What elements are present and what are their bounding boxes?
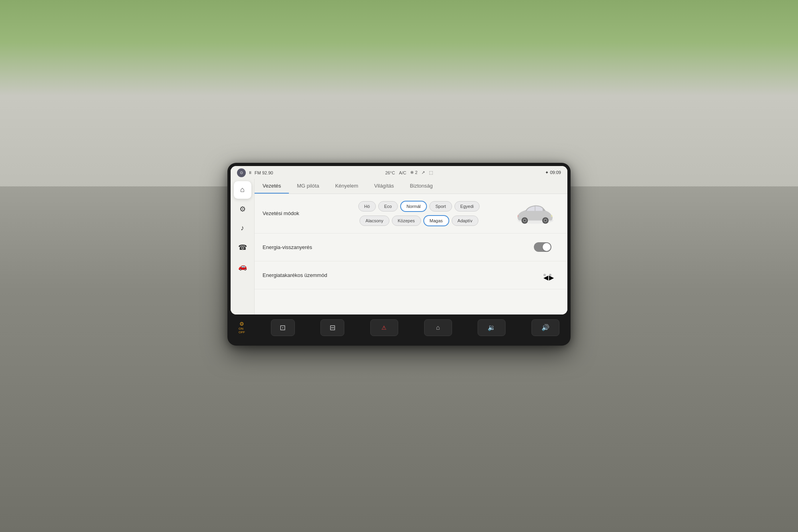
driving-modes-controls: Hó Eco Normál Sport Egyedi Alacsony Köze… (326, 201, 512, 226)
vol-up-icon: 🔊 (541, 324, 549, 331)
energy-adaptiv[interactable]: Adaptív (452, 216, 478, 226)
driving-modes-row: Vezetési módok Hó Eco Normál Sport Egyed… (255, 194, 567, 233)
sidebar: ⌂ ⚙ ♪ ☎ 🚗 (231, 179, 255, 314)
vol-down-icon: 🔉 (488, 324, 496, 331)
status-right: ✦ 09:09 (545, 170, 561, 175)
sidebar-item-home[interactable]: ⌂ (234, 181, 251, 199)
driving-modes-label: Vezetési módok (263, 210, 326, 216)
sidebar-item-phone[interactable]: ☎ (234, 239, 251, 256)
mode-egyedi[interactable]: Egyedi (454, 201, 480, 212)
sidebar-item-settings[interactable]: ⚙ (234, 200, 251, 218)
sidebar-item-car[interactable]: 🚗 (234, 258, 251, 275)
tab-mg-pilota[interactable]: MG pilóta (289, 179, 327, 194)
car-icon: 🚗 (238, 262, 247, 271)
phone-icon: ☎ (238, 243, 247, 252)
energy-recovery-toggle-area (534, 242, 559, 252)
tab-kenyelem[interactable]: Kényelem (327, 179, 366, 194)
tab-biztonsag[interactable]: Biztonság (402, 179, 440, 194)
content-area: Vezetés MG pilóta Kényelem Világítás Biz… (255, 179, 567, 314)
hazard-icon: ⚠ (381, 324, 387, 331)
car-svg (514, 200, 557, 227)
ac-label: A/C (399, 170, 406, 175)
energy-level-buttons: Alacsony Közepes Magas Adaptív (359, 215, 478, 226)
energy-saving-label: Energiatakarékos üzemmód (263, 272, 327, 278)
status-center: 26°C A/C ❄ 2 ↗ ⬚ (385, 170, 433, 175)
tab-vezetes[interactable]: Vezetés (255, 179, 289, 194)
mode-eco[interactable]: Eco (378, 201, 398, 212)
fan-icon-phys: ⚙ (239, 321, 244, 327)
main-content: ⌂ ⚙ ♪ ☎ 🚗 Veze (231, 179, 567, 314)
left-arrow[interactable]: ◀ (543, 274, 546, 276)
settings-content: Vezetési módok Hó Eco Normál Sport Egyed… (255, 194, 567, 289)
energy-kozepes[interactable]: Közepes (392, 216, 421, 226)
tab-vilagitas[interactable]: Világítás (366, 179, 402, 194)
status-bar: ⊙ ⏸ FM 92.90 26°C A/C ❄ 2 ↗ ⬚ ✦ 09:09 (231, 166, 567, 179)
physical-buttons: ⚙ ONOFF ⊡ ⊟ ⚠ ⌂ 🔉 🔊 (231, 314, 567, 342)
temperature: 26°C (385, 170, 395, 175)
volume-up-button[interactable]: 🔊 (531, 319, 559, 336)
home-phys-icon: ⌂ (436, 324, 440, 331)
rear-defrost-button[interactable]: ⊟ (320, 319, 344, 336)
svg-point-4 (524, 220, 525, 221)
rear-defrost-icon: ⊟ (330, 323, 336, 332)
mode-normal[interactable]: Normál (400, 201, 427, 212)
screen-bezel: ⊙ ⏸ FM 92.90 26°C A/C ❄ 2 ↗ ⬚ ✦ 09:09 ⌂ (227, 163, 571, 346)
clock: 09:09 (550, 170, 561, 175)
energy-recovery-toggle[interactable] (534, 242, 551, 252)
right-arrow[interactable]: ▶ (549, 274, 551, 276)
mode-sport[interactable]: Sport (429, 201, 452, 212)
status-left: ⊙ ⏸ FM 92.90 (237, 168, 273, 177)
energy-alacsony[interactable]: Alacsony (359, 216, 389, 226)
windshield-heat-button[interactable]: ⊡ (271, 319, 295, 336)
gear-icon: ⚙ (239, 205, 246, 214)
driving-mode-buttons: Hó Eco Normál Sport Egyedi (358, 201, 480, 212)
energy-recovery-row: Energia-visszanyerés (255, 233, 567, 261)
music-icon: ♪ (241, 224, 244, 232)
home-icon: ⌂ (240, 186, 245, 194)
radio-text: FM 92.90 (255, 170, 273, 175)
radio-icon: ⊙ (237, 168, 246, 177)
bluetooth-icon: ✦ (545, 170, 549, 175)
sidebar-item-music[interactable]: ♪ (234, 220, 251, 237)
fan-icon: ❄ 2 (410, 170, 417, 175)
energy-recovery-label: Energia-visszanyerés (263, 244, 326, 250)
windshield-icon: ⊡ (280, 323, 286, 332)
svg-point-7 (545, 220, 546, 221)
mode-ho[interactable]: Hó (358, 201, 376, 212)
fan-on-off-button[interactable]: ⚙ ONOFF (239, 321, 245, 334)
energy-magas[interactable]: Magas (423, 215, 449, 226)
media-icon: ⬚ (429, 170, 433, 175)
volume-down-button[interactable]: 🔉 (478, 319, 506, 336)
screen: ⊙ ⏸ FM 92.90 26°C A/C ❄ 2 ↗ ⬚ ✦ 09:09 ⌂ (231, 166, 567, 314)
pause-icon: ⏸ (248, 170, 252, 175)
energy-saving-row: Energiatakarékos üzemmód ◀ ▶ (255, 261, 567, 289)
energy-saving-dots: ◀ ▶ (543, 274, 559, 276)
hazard-button[interactable]: ⚠ (370, 319, 398, 336)
signal-icon: ↗ (421, 170, 425, 175)
tabs: Vezetés MG pilóta Kényelem Világítás Biz… (255, 179, 567, 194)
home-button[interactable]: ⌂ (424, 319, 452, 336)
car-image (512, 200, 559, 227)
